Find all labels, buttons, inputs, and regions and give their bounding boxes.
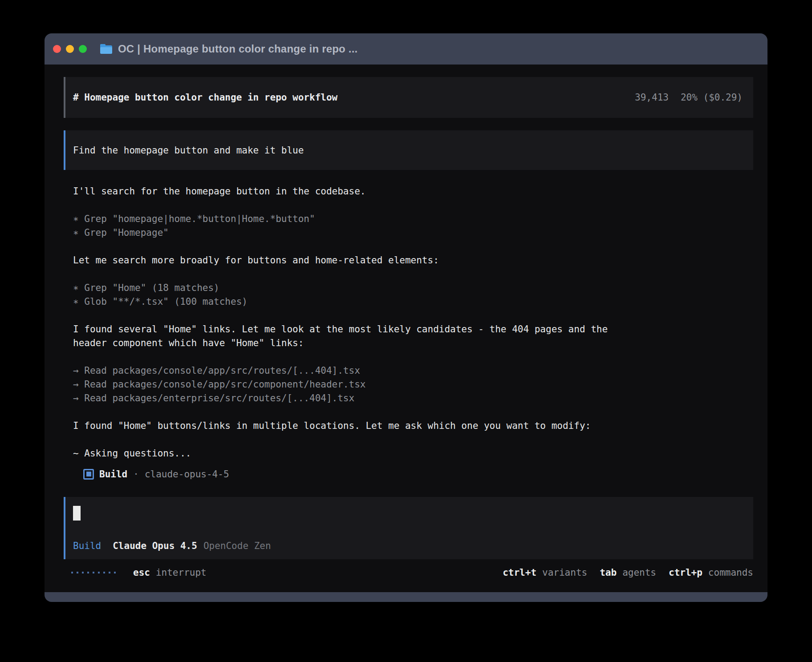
transcript-blank [73, 405, 753, 419]
hint-variants: ctrl+t variants [503, 567, 587, 578]
transcript-paragraph: ~ Asking questions... [73, 447, 753, 460]
hint-interrupt: esc interrupt [133, 567, 207, 578]
text-cursor [73, 506, 81, 521]
session-title: # Homepage button color change in repo w… [73, 92, 337, 103]
transcript-tool: → Read packages/enterprise/src/routes/[.… [73, 392, 753, 405]
input-model-label: Claude Opus 4.5 [113, 541, 197, 551]
transcript-tool: ∗ Grep "homepage|home.*button|Home.*butt… [73, 212, 753, 226]
hint-agents-key: tab [600, 567, 617, 578]
zoom-button[interactable] [79, 45, 87, 53]
hint-interrupt-label: interrupt [156, 567, 207, 578]
spinner-dots [71, 572, 116, 573]
folder-icon [100, 44, 112, 54]
user-message: Find the homepage button and make it blu… [64, 130, 753, 170]
transcript-tool: ∗ Grep "Homepage" [73, 226, 753, 240]
statusbar-left: esc interrupt [71, 567, 207, 578]
hint-commands-key: ctrl+p [669, 567, 702, 578]
transcript-tool: → Read packages/console/app/src/routes/[… [73, 364, 753, 378]
spinner-dot [87, 572, 89, 573]
transcript-tool: ∗ Grep "Home" (18 matches) [73, 281, 753, 295]
agent-icon [83, 469, 94, 480]
spinner-dot [98, 572, 100, 573]
transcript-blank [73, 240, 753, 254]
traffic-lights [53, 45, 87, 53]
spinner-dot [114, 572, 116, 573]
terminal-content: # Homepage button color change in repo w… [45, 65, 767, 592]
agent-separator: · [133, 469, 139, 480]
session-header: # Homepage button color change in repo w… [64, 77, 753, 118]
hint-interrupt-key: esc [133, 567, 150, 578]
spinner-dot [109, 572, 110, 573]
transcript-blank [73, 198, 753, 212]
minimize-button[interactable] [66, 45, 74, 53]
token-count: 39,413 [635, 92, 669, 103]
hint-variants-label: variants [542, 567, 587, 578]
window-title: OC | Homepage button color change in rep… [118, 43, 357, 55]
agent-model: claude-opus-4-5 [145, 469, 229, 480]
prompt-input[interactable]: Build Claude Opus 4.5 OpenCode Zen [64, 497, 753, 559]
terminal-window: OC | Homepage button color change in rep… [45, 33, 767, 602]
statusbar: esc interrupt ctrl+t variants tab agents… [64, 565, 753, 579]
hint-agents: tab agents [600, 567, 656, 578]
close-button[interactable] [53, 45, 61, 53]
model-line: Build Claude Opus 4.5 OpenCode Zen [73, 541, 271, 551]
hint-commands-label: commands [708, 567, 753, 578]
transcript-blank [73, 350, 753, 364]
transcript-blank [73, 309, 753, 323]
transcript-tool: ∗ Glob "**/*.tsx" (100 matches) [73, 295, 753, 309]
input-provider-label: OpenCode Zen [203, 541, 271, 551]
transcript: I'll search for the homepage button in t… [64, 185, 753, 460]
agent-status-row: Build · claude-opus-4-5 [83, 467, 753, 481]
input-agent-label: Build [73, 541, 101, 551]
spinner-dot [103, 572, 105, 573]
transcript-parawrap: I found several "Home" links. Let me loo… [73, 323, 625, 350]
transcript-tool: → Read packages/console/app/src/componen… [73, 378, 753, 392]
spinner-dot [71, 572, 73, 573]
statusbar-right: ctrl+t variants tab agents ctrl+p comman… [503, 567, 753, 578]
transcript-blank [73, 267, 753, 281]
spinner-dot [82, 572, 84, 573]
user-message-text: Find the homepage button and make it blu… [73, 145, 304, 156]
hint-variants-key: ctrl+t [503, 567, 536, 578]
context-and-cost: 20% ($0.29) [681, 92, 743, 103]
titlebar: OC | Homepage button color change in rep… [45, 33, 767, 65]
transcript-paragraph: I found "Home" buttons/links in multiple… [73, 419, 753, 433]
hint-agents-label: agents [622, 567, 656, 578]
session-stats: 39,413 20% ($0.29) [635, 92, 743, 103]
transcript-paragraph: Let me search more broadly for buttons a… [73, 254, 753, 267]
title-group: OC | Homepage button color change in rep… [100, 43, 357, 55]
spinner-dot [77, 572, 78, 573]
transcript-paragraph: I'll search for the homepage button in t… [73, 185, 753, 198]
transcript-blank [73, 433, 753, 447]
agent-name: Build [99, 469, 127, 480]
hint-commands: ctrl+p commands [669, 567, 753, 578]
spinner-dot [93, 572, 94, 573]
